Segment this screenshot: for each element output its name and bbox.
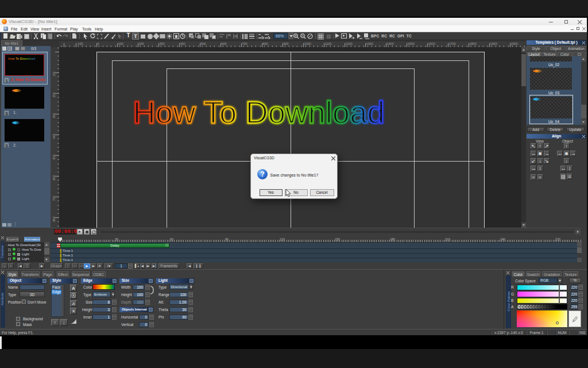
svg-text:How To Download: How To Download xyxy=(133,95,385,130)
